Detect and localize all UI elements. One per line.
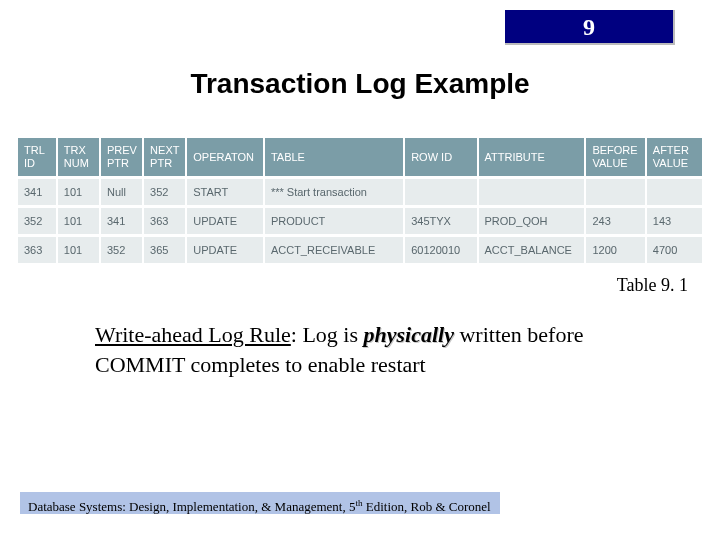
- col-header: ATTRIBUTE: [478, 138, 586, 178]
- cell: 4700: [646, 236, 702, 264]
- table-caption: Table 9. 1: [617, 275, 688, 296]
- cell: 352: [18, 207, 57, 236]
- cell: 363: [143, 207, 186, 236]
- cell: [478, 178, 586, 207]
- table-row: 363 101 352 365 UPDATE ACCT_RECEIVABLE 6…: [18, 236, 702, 264]
- cell: UPDATE: [186, 236, 264, 264]
- cell: Null: [100, 178, 143, 207]
- cell: 243: [585, 207, 645, 236]
- cell: PRODUCT: [264, 207, 404, 236]
- cell: 101: [57, 207, 100, 236]
- cell: 352: [100, 236, 143, 264]
- table-row: 352 101 341 363 UPDATE PRODUCT 345TYX PR…: [18, 207, 702, 236]
- col-header: ROW ID: [404, 138, 477, 178]
- col-header: BEFORE VALUE: [585, 138, 645, 178]
- cell: 345TYX: [404, 207, 477, 236]
- cell: *** Start transaction: [264, 178, 404, 207]
- col-header: NEXT PTR: [143, 138, 186, 178]
- cell: [646, 178, 702, 207]
- col-header: TRL ID: [18, 138, 57, 178]
- footer-pre: Database Systems: Design, Implementation…: [28, 499, 355, 514]
- rule-lead: Write-ahead Log Rule: [95, 322, 291, 347]
- col-header: OPERATON: [186, 138, 264, 178]
- col-header: AFTER VALUE: [646, 138, 702, 178]
- cell: 352: [143, 178, 186, 207]
- table-row: 341 101 Null 352 START *** Start transac…: [18, 178, 702, 207]
- footer-post: Edition, Rob & Coronel: [362, 499, 490, 514]
- cell: 60120010: [404, 236, 477, 264]
- rule-sep: : Log is: [291, 322, 364, 347]
- cell: 143: [646, 207, 702, 236]
- col-header: PREV PTR: [100, 138, 143, 178]
- chapter-badge: 9: [505, 10, 675, 45]
- cell: [585, 178, 645, 207]
- footer-citation: Database Systems: Design, Implementation…: [20, 492, 500, 514]
- cell: 1200: [585, 236, 645, 264]
- cell: UPDATE: [186, 207, 264, 236]
- cell: 341: [18, 178, 57, 207]
- col-header: TABLE: [264, 138, 404, 178]
- cell: [404, 178, 477, 207]
- table-header-row: TRL ID TRX NUM PREV PTR NEXT PTR OPERATO…: [18, 138, 702, 178]
- cell: 101: [57, 178, 100, 207]
- cell: 341: [100, 207, 143, 236]
- rule-emphasis: physically: [364, 322, 454, 347]
- cell: PROD_QOH: [478, 207, 586, 236]
- cell: ACCT_BALANCE: [478, 236, 586, 264]
- cell: 363: [18, 236, 57, 264]
- cell: ACCT_RECEIVABLE: [264, 236, 404, 264]
- page-title: Transaction Log Example: [0, 68, 720, 100]
- cell: 101: [57, 236, 100, 264]
- col-header: TRX NUM: [57, 138, 100, 178]
- cell: 365: [143, 236, 186, 264]
- transaction-log-table: TRL ID TRX NUM PREV PTR NEXT PTR OPERATO…: [18, 138, 702, 263]
- cell: START: [186, 178, 264, 207]
- write-ahead-rule: Write-ahead Log Rule: Log is physically …: [95, 320, 615, 379]
